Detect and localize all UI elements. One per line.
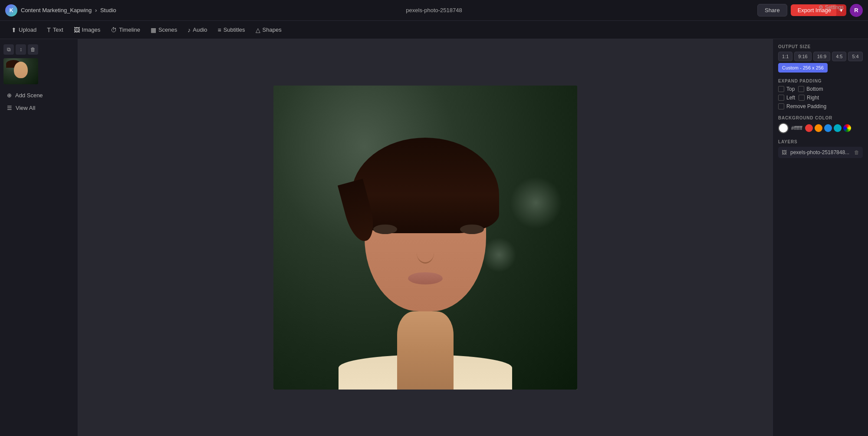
padding-top-checkbox[interactable] <box>778 86 784 92</box>
color-preset-blue[interactable] <box>824 124 832 132</box>
padding-left-checkbox[interactable] <box>778 95 784 101</box>
padding-top-label: Top <box>786 86 795 92</box>
layers-section: LAYERS 🖼 pexels-photo-25187848... 🗑 <box>778 139 863 158</box>
toolbar-shapes-label: Shapes <box>263 26 282 33</box>
upload-icon: ⬆ <box>11 26 16 33</box>
move-scene-button[interactable]: ↕ <box>16 44 26 55</box>
toolbar-upload[interactable]: ⬆ Upload <box>7 24 41 36</box>
toolbar-images-label: Images <box>82 26 101 33</box>
layer-image-icon: 🖼 <box>782 149 787 155</box>
padding-right-label: Right <box>807 95 819 101</box>
color-row: #ffffff <box>778 123 863 133</box>
layer-name: pexels-photo-25187848... <box>790 149 851 155</box>
layer-delete-button[interactable]: 🗑 <box>854 149 859 155</box>
padding-row-top-bottom: Top Bottom <box>778 86 863 92</box>
delete-scene-button[interactable]: 🗑 <box>28 44 38 55</box>
scene-actions: ⧉ ↕ 🗑 <box>3 44 74 55</box>
add-scene-icon: ⊕ <box>7 92 12 99</box>
size-custom[interactable]: Custom - 256 x 256 <box>778 63 828 73</box>
toolbar-scenes[interactable]: ▦ Scenes <box>146 24 181 36</box>
color-preset-custom[interactable] <box>843 124 851 132</box>
topbar: K Content Marketing_Kapwing › Studio pex… <box>0 0 868 21</box>
add-scene-button[interactable]: ⊕ Add Scene <box>3 89 74 101</box>
padding-left-item[interactable]: Left <box>778 95 795 101</box>
bokeh-2 <box>482 238 516 272</box>
subtitles-icon: ≡ <box>218 26 221 33</box>
shapes-icon: △ <box>256 26 260 33</box>
portrait-nose <box>417 242 434 264</box>
size-1-1[interactable]: 1:1 <box>778 52 792 61</box>
add-scene-label: Add Scene <box>15 92 43 99</box>
view-all-label: View All <box>16 105 35 111</box>
remove-padding-item[interactable]: Remove Padding <box>778 103 863 109</box>
toolbar-subtitles[interactable]: ≡ Subtitles <box>214 24 250 36</box>
padding-bottom-checkbox[interactable] <box>798 86 804 92</box>
size-16-9[interactable]: 16:9 <box>813 52 830 61</box>
portrait-eye-left <box>373 225 397 234</box>
padding-right-checkbox[interactable] <box>799 95 805 101</box>
padding-row-left-right: Left Right <box>778 95 863 101</box>
size-9-16[interactable]: 9:16 <box>794 52 811 61</box>
output-size-label: OUTPUT SIZE <box>778 44 863 49</box>
color-presets <box>805 124 851 132</box>
images-icon: 🖼 <box>74 26 80 33</box>
scene-thumb-image <box>3 58 38 84</box>
share-button[interactable]: Share <box>757 4 787 17</box>
thumb-face <box>14 62 28 78</box>
toolbar-timeline-label: Timeline <box>119 26 140 33</box>
output-size-section: OUTPUT SIZE 1:1 9:16 16:9 4:5 5:4 Custom… <box>778 44 863 73</box>
expand-padding-label: EXPAND PADDING <box>778 79 863 83</box>
padding-top-item[interactable]: Top <box>778 86 795 92</box>
portrait-lips <box>408 272 443 284</box>
canvas-image[interactable] <box>273 86 577 390</box>
toolbar-scenes-label: Scenes <box>158 26 177 33</box>
app-logo: K <box>5 4 17 17</box>
view-all-icon: ☰ <box>7 105 12 111</box>
topbar-actions: Share Export Image ▾ R <box>757 4 863 17</box>
color-preset-orange[interactable] <box>815 124 822 132</box>
color-preset-teal[interactable] <box>834 124 842 132</box>
color-swatch-white[interactable] <box>778 123 789 133</box>
remove-padding-checkbox[interactable] <box>778 103 784 109</box>
audio-icon: ♪ <box>187 26 191 33</box>
background-color-section: BACKGROUND COLOR #ffffff <box>778 116 863 133</box>
size-4-5[interactable]: 4:5 <box>832 52 846 61</box>
settings-button[interactable]: ⚙ Settings <box>819 4 844 10</box>
padding-bottom-label: Bottom <box>806 86 823 92</box>
main-layout: ⧉ ↕ 🗑 ⊕ Add Scene ☰ View All <box>0 39 868 436</box>
color-preset-red[interactable] <box>805 124 813 132</box>
file-title: pexels-photo-2518748 <box>406 7 462 13</box>
padding-right-item[interactable]: Right <box>799 95 819 101</box>
copy-scene-button[interactable]: ⧉ <box>3 44 14 55</box>
scene-thumbnail[interactable] <box>3 58 74 84</box>
remove-padding-label: Remove Padding <box>786 103 826 109</box>
toolbar-audio[interactable]: ♪ Audio <box>183 24 211 36</box>
timeline-icon: ⏱ <box>111 26 117 33</box>
view-all-button[interactable]: ☰ View All <box>3 102 74 114</box>
color-hex-value: #ffffff <box>791 125 802 131</box>
gear-icon: ⚙ <box>819 4 823 10</box>
breadcrumb: Content Marketing_Kapwing › Studio <box>21 7 116 13</box>
left-panel: ⧉ ↕ 🗑 ⊕ Add Scene ☰ View All <box>0 39 78 436</box>
toolbar-images[interactable]: 🖼 Images <box>69 24 105 36</box>
toolbar-audio-label: Audio <box>193 26 207 33</box>
scenes-icon: ▦ <box>151 26 156 33</box>
avatar: R <box>850 4 863 17</box>
list-item[interactable]: 🖼 pexels-photo-25187848... 🗑 <box>778 147 863 158</box>
right-panel: OUTPUT SIZE 1:1 9:16 16:9 4:5 5:4 Custom… <box>773 39 868 436</box>
toolbar-timeline[interactable]: ⏱ Timeline <box>106 24 145 36</box>
size-5-4[interactable]: 5:4 <box>848 52 862 61</box>
toolbar-upload-label: Upload <box>19 26 36 33</box>
toolbar-shapes[interactable]: △ Shapes <box>251 24 286 36</box>
bokeh-1 <box>510 177 562 229</box>
expand-padding-section: EXPAND PADDING Top Bottom Left R <box>778 79 863 109</box>
toolbar-subtitles-label: Subtitles <box>224 26 245 33</box>
toolbar-text[interactable]: T Text <box>43 24 67 36</box>
text-icon: T <box>47 26 51 33</box>
padding-bottom-item[interactable]: Bottom <box>798 86 823 92</box>
canvas-area <box>78 39 773 436</box>
layers-label: LAYERS <box>778 139 863 144</box>
toolbar-text-label: Text <box>53 26 63 33</box>
portrait-eye-right <box>460 225 484 234</box>
portrait-neck <box>397 311 454 390</box>
